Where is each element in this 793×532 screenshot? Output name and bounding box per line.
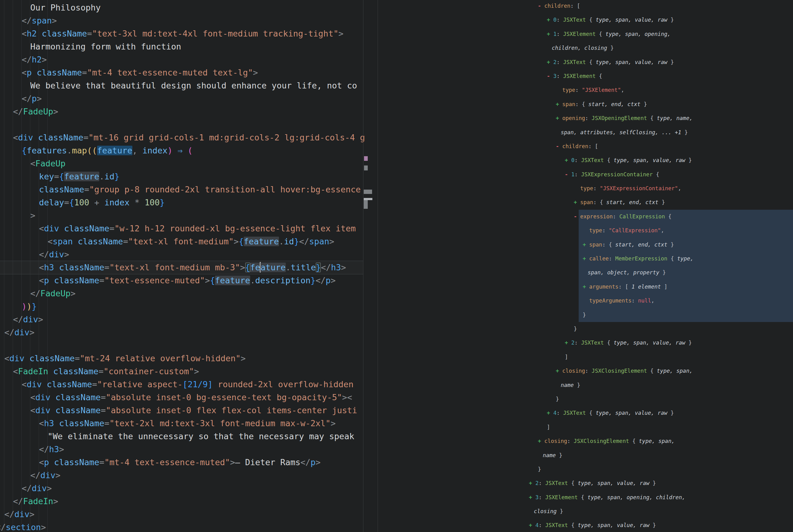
ast-row[interactable]: typeArguments: null, [378, 294, 793, 308]
code-line[interactable]: </FadeUp> [0, 287, 365, 300]
code-line[interactable] [0, 339, 365, 352]
ast-row[interactable]: +opening: JSXOpeningElement { type, name… [378, 111, 793, 125]
expand-toggle-icon[interactable]: + [547, 13, 553, 27]
code-line[interactable]: <div className="absolute inset-0 bg-esse… [0, 391, 365, 404]
ast-row[interactable]: +span: { start, end, ctxt } [378, 195, 793, 209]
ast-row[interactable]: +span: { start, end, ctxt } [378, 238, 793, 252]
expand-toggle-icon[interactable]: + [547, 27, 553, 41]
ast-row[interactable]: +callee: MemberExpression { type, [378, 252, 793, 266]
code-line[interactable]: <h3 className="text-xl font-medium mb-3"… [0, 261, 365, 274]
ast-row[interactable]: +0: JSXText { type, span, value, raw } [378, 13, 793, 27]
collapse-toggle-icon[interactable]: - [565, 168, 571, 182]
ast-row[interactable]: span, attributes, selfClosing, ... +1 } [378, 126, 793, 139]
expand-toggle-icon[interactable]: + [529, 476, 535, 490]
ast-row[interactable]: +0: JSXText { type, span, value, raw } [378, 153, 793, 167]
ruler-mark[interactable] [364, 156, 368, 161]
code-line[interactable]: <div className="absolute inset-0 flex fl… [0, 404, 365, 417]
ast-row[interactable]: ] [378, 350, 793, 364]
ast-row[interactable]: +arguments: [ 1 element ] [378, 280, 793, 294]
code-line[interactable]: <span className="text-xl font-medium">{f… [0, 235, 365, 248]
code-line[interactable]: </span> [0, 14, 365, 27]
ast-row[interactable]: closing } [378, 505, 793, 518]
ast-row[interactable]: type: "JSXExpressionContainer", [378, 182, 793, 195]
ast-row[interactable]: +2: JSXText { type, span, value, raw } [378, 476, 793, 490]
ast-row[interactable]: name } [378, 449, 793, 462]
ruler-mark[interactable] [364, 166, 368, 170]
code-line[interactable]: </div> [0, 313, 365, 326]
code-line[interactable]: key={feature.id} [0, 170, 365, 183]
ast-row[interactable]: +closing: JSXClosingElement { type, span… [378, 364, 793, 378]
expand-toggle-icon[interactable]: + [547, 55, 553, 69]
code-line[interactable]: </h2> [0, 53, 365, 66]
expand-toggle-icon[interactable]: + [583, 252, 589, 266]
ast-row[interactable]: +4: JSXText { type, span, value, raw } [378, 406, 793, 420]
code-line[interactable]: <div className="mt-24 relative overflow-… [0, 352, 365, 365]
expand-toggle-icon[interactable]: + [556, 111, 562, 125]
ast-row[interactable]: name } [378, 378, 793, 392]
code-line[interactable]: We believe that beautiful design should … [0, 79, 365, 92]
ast-row[interactable]: +span: { start, end, ctxt } [378, 97, 793, 111]
expand-toggle-icon[interactable]: + [565, 153, 571, 167]
ruler-mark[interactable] [364, 198, 372, 200]
code-line[interactable]: </FadeUp> [0, 105, 365, 118]
code-line[interactable]: <p className="mt-4 text-essence-muted">—… [0, 456, 365, 469]
ruler-mark[interactable] [364, 190, 372, 194]
code-line[interactable]: "We eliminate the unnecessary so that th… [0, 430, 365, 443]
expand-toggle-icon[interactable]: + [538, 434, 544, 448]
code-line[interactable]: </div> [0, 482, 365, 495]
overview-ruler[interactable] [363, 0, 378, 532]
expand-toggle-icon[interactable]: + [565, 336, 571, 350]
ast-tree-panel[interactable]: -children: [+0: JSXText { type, span, va… [378, 0, 793, 532]
ast-row[interactable]: ] [378, 420, 793, 434]
ast-row[interactable]: type: "CallExpression", [378, 224, 793, 238]
ast-row[interactable]: -1: JSXExpressionContainer { [378, 168, 793, 182]
code-editor[interactable]: Our Philosophy</span><h2 className="text… [0, 0, 372, 532]
code-line[interactable]: </p> [0, 92, 365, 105]
code-line[interactable]: </div> [0, 469, 365, 482]
expand-toggle-icon[interactable]: + [556, 364, 562, 378]
ast-row[interactable]: } [378, 462, 793, 476]
ast-row[interactable]: +1: JSXElement { type, span, opening, [378, 27, 793, 41]
ast-row[interactable]: +2: JSXText { type, span, value, raw } [378, 55, 793, 69]
code-line[interactable]: <p className="text-essence-muted">{featu… [0, 274, 365, 287]
ruler-mark[interactable] [364, 200, 368, 209]
code-line[interactable]: </h3> [0, 443, 365, 456]
expand-toggle-icon[interactable]: + [556, 97, 562, 111]
expand-toggle-icon[interactable]: + [574, 195, 580, 209]
ast-row[interactable]: +2: JSXText { type, span, value, raw } [378, 336, 793, 350]
expand-toggle-icon[interactable]: + [583, 238, 589, 252]
code-line[interactable]: <h3 className="text-2xl md:text-3xl font… [0, 417, 365, 430]
code-line[interactable]: </div> [0, 248, 365, 261]
code-line[interactable]: <FadeIn className="container-custom"> [0, 365, 365, 378]
code-line[interactable]: <div className="mt-16 grid grid-cols-1 m… [0, 131, 365, 144]
ast-row[interactable]: span, object, property } [378, 266, 793, 280]
code-line[interactable]: className="group p-8 rounded-2xl transit… [0, 183, 365, 196]
ast-row[interactable]: +closing: JSXClosingElement { type, span… [378, 434, 793, 448]
expand-toggle-icon[interactable]: + [583, 280, 589, 294]
code-line[interactable]: <p className="mt-4 text-essence-muted te… [0, 66, 365, 79]
code-line[interactable]: <FadeUp [0, 157, 365, 170]
ast-row[interactable]: } [378, 322, 793, 336]
collapse-toggle-icon[interactable]: - [574, 210, 580, 224]
code-line[interactable] [0, 118, 365, 131]
ast-row[interactable]: -children: [ [378, 139, 793, 153]
ast-row[interactable]: -expression: CallExpression { [378, 210, 793, 224]
ast-row[interactable]: } [378, 392, 793, 406]
code-line[interactable]: </section> [0, 521, 365, 532]
code-line[interactable]: </FadeIn> [0, 495, 365, 508]
code-line[interactable]: > [0, 209, 365, 222]
ast-row[interactable]: children, closing } [378, 41, 793, 55]
expand-toggle-icon[interactable]: + [529, 491, 535, 505]
ast-row[interactable]: type: "JSXElement", [378, 83, 793, 97]
code-line[interactable]: ))} [0, 300, 365, 313]
code-line[interactable]: <div className="relative aspect-[21/9] r… [0, 378, 365, 391]
collapse-toggle-icon[interactable]: - [556, 139, 562, 153]
ast-row[interactable]: +4: JSXText { type, span, value, raw } [378, 518, 793, 532]
ast-row[interactable]: } [378, 308, 793, 322]
code-line[interactable]: <div className="w-12 h-12 rounded-xl bg-… [0, 222, 365, 235]
code-line[interactable]: </div> [0, 326, 365, 339]
code-line[interactable]: {features.map((feature, index) ⇒ ( [0, 144, 365, 157]
ast-row[interactable]: -3: JSXElement { [378, 69, 793, 83]
collapse-toggle-icon[interactable]: - [547, 69, 553, 83]
code-line[interactable]: </div> [0, 508, 365, 521]
